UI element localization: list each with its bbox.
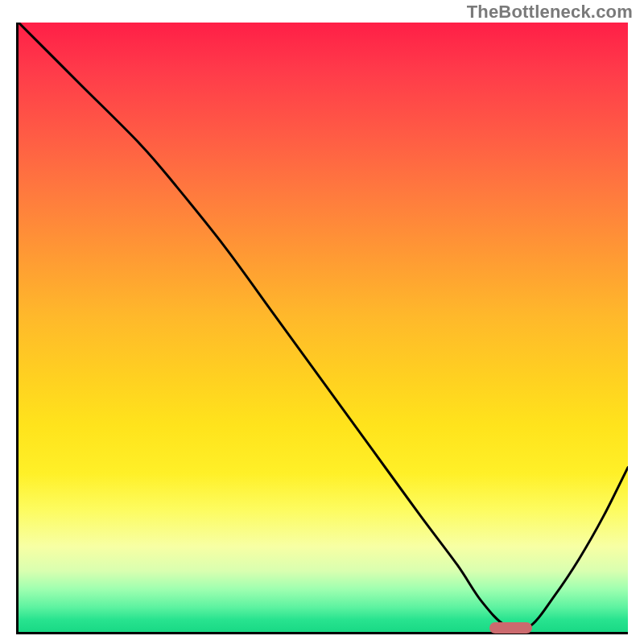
- plot-area: [16, 23, 628, 634]
- background-gradient: [19, 23, 628, 632]
- chart-frame: TheBottleneck.com: [0, 0, 644, 644]
- optimal-marker: [489, 622, 532, 634]
- watermark-text: TheBottleneck.com: [467, 2, 633, 23]
